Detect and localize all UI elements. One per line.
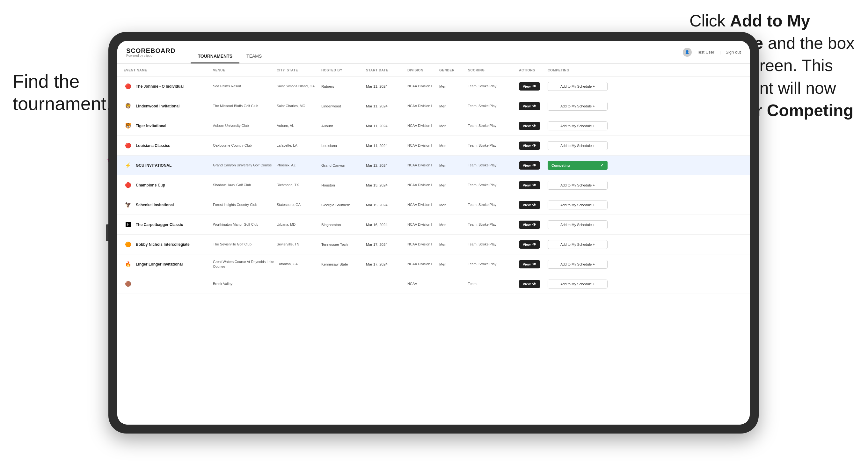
action-cell: View 👁 <box>519 122 548 130</box>
scoring-cell: Team, Stroke Play <box>468 222 519 227</box>
view-button[interactable]: View 👁 <box>519 181 540 189</box>
add-schedule-button[interactable]: Add to My Schedule + <box>548 141 608 150</box>
add-schedule-button[interactable]: Add to My Schedule + <box>548 82 608 91</box>
city-cell: Phoenix, AZ <box>277 163 321 167</box>
team-logo: ⚡ <box>124 161 133 170</box>
check-icon: ✓ <box>600 163 604 168</box>
event-name-cell: 🟤 <box>124 280 213 288</box>
host-cell: Houston <box>321 183 366 187</box>
table-container[interactable]: EVENT NAME VENUE CITY, STATE HOSTED BY S… <box>117 64 750 425</box>
date-cell: Mar 15, 2024 <box>366 203 407 207</box>
division-cell: NCAA <box>407 281 439 286</box>
view-button[interactable]: View 👁 <box>519 82 540 91</box>
add-schedule-button[interactable]: Add to My Schedule + <box>548 240 608 249</box>
table-row: 🅱 The Carpetbagger Classic Worthington M… <box>117 215 750 235</box>
gender-cell: Men <box>439 144 468 148</box>
view-label: View <box>523 243 531 246</box>
division-cell: NCAA Division I <box>407 222 439 227</box>
view-button[interactable]: View 👁 <box>519 280 540 288</box>
col-header-venue: VENUE <box>213 68 277 72</box>
division-cell: NCAA Division I <box>407 242 439 246</box>
sign-out-link[interactable]: Sign out <box>725 50 741 55</box>
view-button[interactable]: View 👁 <box>519 102 540 110</box>
event-name-cell: 🔥 Linger Longer Invitational <box>124 260 213 269</box>
host-cell: Binghamton <box>321 223 366 227</box>
table-row: 🔥 Linger Longer Invitational Great Water… <box>117 254 750 274</box>
eye-icon: 👁 <box>532 222 536 227</box>
date-cell: Mar 17, 2024 <box>366 243 407 246</box>
venue-cell: Great Waters Course At Reynolds Lake Oco… <box>213 259 277 269</box>
date-cell: Mar 11, 2024 <box>366 124 407 128</box>
tab-teams[interactable]: TEAMS <box>239 50 269 63</box>
table-row: 🟤 Brook Valley NCAA Team, View 👁 Add to … <box>117 274 750 294</box>
competing-cell: Competing ✓ <box>548 161 611 170</box>
add-schedule-button[interactable]: Add to My Schedule + <box>548 181 608 190</box>
view-button[interactable]: View 👁 <box>519 260 540 269</box>
venue-cell: Forest Heights Country Club <box>213 203 277 207</box>
annotation-left-line2: tournament. <box>13 93 112 114</box>
team-logo: 🟤 <box>124 280 133 288</box>
scoring-cell: Team, <box>468 281 519 286</box>
add-schedule-button[interactable]: Add to My Schedule + <box>548 121 608 130</box>
event-name-cell: ⚡ GCU INVITATIONAL <box>124 161 213 170</box>
eye-icon: 👁 <box>532 203 536 207</box>
event-name-cell: 🐯 Tiger Invitational <box>124 121 213 130</box>
view-button[interactable]: View 👁 <box>519 142 540 150</box>
add-schedule-button[interactable]: Add to My Schedule + <box>548 102 608 111</box>
venue-cell: Oakbourne Country Club <box>213 143 277 148</box>
date-cell: Mar 17, 2024 <box>366 262 407 266</box>
view-button[interactable]: View 👁 <box>519 221 540 229</box>
competing-cell: Add to My Schedule + <box>548 82 611 91</box>
team-logo: 🟠 <box>124 240 133 249</box>
view-label: View <box>523 124 531 128</box>
annotation-left: Find the tournament. <box>13 70 112 115</box>
view-button[interactable]: View 👁 <box>519 201 540 209</box>
view-label: View <box>523 223 531 227</box>
view-button[interactable]: View 👁 <box>519 161 540 169</box>
host-cell: Auburn <box>321 124 366 128</box>
venue-cell: Brook Valley <box>213 281 277 286</box>
scoring-cell: Team, Stroke Play <box>468 143 519 148</box>
eye-icon: 👁 <box>532 124 536 128</box>
venue-cell: Shadow Hawk Golf Club <box>213 183 277 187</box>
annotation-right-bold2: Competing <box>767 101 854 120</box>
tablet-frame: SCOREBOARD Powered by clippd TOURNAMENTS… <box>108 32 759 434</box>
nav-right: 👤 Test User | Sign out <box>683 48 741 57</box>
team-logo: 🦁 <box>124 102 133 111</box>
eye-icon: 👁 <box>532 163 536 168</box>
add-schedule-button[interactable]: Add to My Schedule + <box>548 200 608 210</box>
tab-tournaments[interactable]: TOURNAMENTS <box>191 50 239 63</box>
host-cell: Lindenwood <box>321 104 366 108</box>
team-logo: 🔴 <box>124 82 133 91</box>
add-schedule-button[interactable]: Add to My Schedule + <box>548 220 608 229</box>
venue-cell: Grand Canyon University Golf Course <box>213 163 277 167</box>
col-header-host: HOSTED BY <box>321 68 366 72</box>
event-name-text: Linger Longer Invitational <box>136 262 183 267</box>
gender-cell: Men <box>439 183 468 187</box>
city-cell: Lafayette, LA <box>277 143 321 148</box>
add-schedule-button[interactable]: Add to My Schedule + <box>548 280 608 288</box>
competing-cell: Add to My Schedule + <box>548 240 611 249</box>
gender-cell: Men <box>439 262 468 266</box>
user-name: Test User <box>697 50 714 55</box>
gender-cell: Men <box>439 124 468 128</box>
view-label: View <box>523 144 531 148</box>
view-button[interactable]: View 👁 <box>519 122 540 130</box>
venue-cell: Sea Palms Resort <box>213 84 277 88</box>
competing-button[interactable]: Competing ✓ <box>548 161 608 170</box>
team-logo: 🦅 <box>124 200 133 210</box>
event-name-text: Louisiana Classics <box>136 144 170 148</box>
scoring-cell: Team, Stroke Play <box>468 163 519 167</box>
date-cell: Mar 16, 2024 <box>366 223 407 227</box>
logo-area: SCOREBOARD Powered by clippd <box>126 47 175 57</box>
scoring-cell: Team, Stroke Play <box>468 242 519 246</box>
host-cell: Kennesaw State <box>321 262 366 266</box>
action-cell: View 👁 <box>519 82 548 91</box>
team-logo: 🐯 <box>124 121 133 130</box>
table-row: 🟠 Bobby Nichols Intercollegiate The Sevi… <box>117 235 750 254</box>
view-label: View <box>523 262 531 266</box>
scoring-cell: Team, Stroke Play <box>468 103 519 108</box>
add-schedule-button[interactable]: Add to My Schedule + <box>548 260 608 269</box>
view-label: View <box>523 183 531 187</box>
view-button[interactable]: View 👁 <box>519 240 540 249</box>
